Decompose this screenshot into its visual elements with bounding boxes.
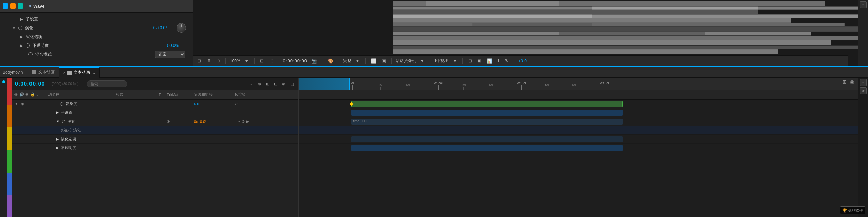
expr-circle[interactable]: ⊙ xyxy=(242,119,245,124)
color-bars xyxy=(7,78,12,217)
timeline-ruler[interactable]: 0f 10f 20f 01:00f xyxy=(299,78,858,90)
timeline-icon-5[interactable]: ⊚ xyxy=(281,81,287,87)
edge-btn-t1[interactable]: ≡ xyxy=(860,79,867,86)
triangle-evolve[interactable]: ▼ xyxy=(56,119,60,123)
refresh-btn[interactable]: ↻ xyxy=(504,58,510,64)
color-bar-blue xyxy=(7,173,12,195)
color-bar-yellow xyxy=(7,127,12,150)
track-bar-evolve xyxy=(351,119,623,125)
triangle-opacity[interactable]: ▶ xyxy=(20,44,23,48)
info-btn[interactable]: ℹ xyxy=(496,58,501,64)
expr-wave[interactable]: ~ xyxy=(238,119,240,124)
sep10 xyxy=(514,58,514,64)
marker-0f: 0f xyxy=(351,82,354,90)
tool-icon[interactable]: ✦ xyxy=(27,3,33,9)
trkmat-evolve: ⊙ xyxy=(165,119,192,124)
layer-row-evolve[interactable]: ▼ 演化 ⊙ 0x+0.0° = ~ xyxy=(12,117,298,126)
marker-2m: 02:p0f xyxy=(517,82,526,90)
small-btn-2[interactable]: ◉ xyxy=(849,79,855,85)
timeline-layers: 👁 ◉ 复杂度 6.0 ⊙ xyxy=(12,100,298,217)
prop-row-evolution: ▼ 演化 0x+0.0° xyxy=(4,23,189,32)
region-btn[interactable]: ⬜ xyxy=(370,58,378,64)
audio-toggle[interactable]: ◉ xyxy=(20,102,25,106)
col-name-header: 源名称 xyxy=(46,92,114,97)
solo-icon: ◉ xyxy=(25,92,29,97)
layer-row-opacity[interactable]: ▶ 不透明度 xyxy=(12,144,298,152)
timeline-icon-2[interactable]: ⊕ xyxy=(256,81,262,87)
tab-text-animation-2[interactable]: × 文本动画 ≡ xyxy=(59,67,100,78)
time-display: 0:00:00:00 xyxy=(15,81,49,87)
screen-btn[interactable]: 🖥 xyxy=(205,58,212,64)
view-dropdown[interactable]: ▼ xyxy=(451,58,458,64)
preview-area: ⊞ 🖥 ⊕ 100% ▼ ⊡ ⬚ 0:00:00:00 📷 🎨 完整 ▼ ⬜ ▣… xyxy=(193,0,858,66)
layer-name-child: ▶ 子设置 xyxy=(46,110,114,115)
camera-icon-btn[interactable]: 📷 xyxy=(310,58,318,64)
quality-label: 完整 xyxy=(343,58,351,64)
zoom-dropdown[interactable]: ▼ xyxy=(243,58,250,64)
tab-menu-icon[interactable]: ≡ xyxy=(93,71,95,75)
snap-btn[interactable]: ⊞ xyxy=(467,58,473,64)
marker-20f-2: 20f xyxy=(489,84,493,90)
timeline-icon-4[interactable]: ⊡ xyxy=(273,81,279,87)
parent-complexity: 6.0 xyxy=(192,102,233,106)
color-bar-green xyxy=(7,150,12,173)
layer-row-complexity[interactable]: 👁 ◉ 复杂度 6.0 ⊙ xyxy=(12,100,298,108)
render-btn[interactable]: ▣ xyxy=(476,58,483,64)
far-left-indicator xyxy=(0,78,7,217)
marker-10f-1: 10f xyxy=(378,84,383,90)
expr-play[interactable]: ▶ xyxy=(246,119,249,124)
camera-dropdown[interactable]: ▼ xyxy=(419,58,426,64)
graph-btn[interactable]: 📊 xyxy=(486,58,494,64)
tab-text-animation-1[interactable]: 文本动画 xyxy=(28,67,59,78)
timeline-icon-3[interactable]: ⊞ xyxy=(264,81,271,87)
indicator-dot xyxy=(2,80,5,83)
triangle-evolution-options[interactable]: ▶ xyxy=(20,35,23,39)
blue-icon xyxy=(3,3,8,9)
svg-rect-13 xyxy=(426,1,559,6)
watermark: 🏆 鼎品软件 xyxy=(840,206,865,214)
edge-btn-t2[interactable]: ◉ xyxy=(860,87,867,94)
track-opacity xyxy=(299,144,858,152)
track-bar-opacity xyxy=(351,145,623,151)
grid-btn[interactable]: ⊞ xyxy=(196,58,202,64)
layer-props: ▶ 子设置 ▼ 演化 0x+0.0° ▶ 演化选项 xyxy=(0,13,193,61)
audio-icon: 🔊 xyxy=(19,92,24,97)
frame-btn[interactable]: ⊡ xyxy=(259,58,265,64)
circle-blend xyxy=(28,52,33,56)
quality-dropdown[interactable]: ▼ xyxy=(354,58,361,64)
mask-btn[interactable]: ⊕ xyxy=(215,58,221,64)
edge-btn-1[interactable]: ≡ xyxy=(860,1,867,8)
color-bar-orange xyxy=(7,105,12,127)
triangle-child-settings[interactable]: ▶ xyxy=(20,17,23,21)
triangle-evolve-opts[interactable]: ▶ xyxy=(56,137,59,141)
eye-toggle[interactable]: 👁 xyxy=(14,102,19,106)
blend-mode-select[interactable]: 正常 叠加 滤色 xyxy=(155,51,185,58)
triangle-child[interactable]: ▶ xyxy=(56,110,59,114)
brand-label: Bodymovin xyxy=(3,70,23,75)
layer-row-child-settings[interactable]: ▶ 子设置 xyxy=(12,108,298,117)
svg-rect-14 xyxy=(592,7,758,10)
camera-label: 活动摄像机 xyxy=(396,58,416,64)
track-expr xyxy=(299,126,858,135)
region2-btn[interactable]: ▣ xyxy=(380,58,387,64)
tab-bar: Bodymovin 文本动画 × 文本动画 ≡ xyxy=(0,67,868,78)
knob-evolution[interactable] xyxy=(177,23,186,33)
layer-row-evolve-opts[interactable]: ▶ 演化选项 xyxy=(12,135,298,144)
tab-label-2: 文本动画 xyxy=(74,70,90,75)
eye-icon: 👁 xyxy=(14,93,18,97)
tab-close-2[interactable]: × xyxy=(63,71,65,75)
safe-frame-btn[interactable]: ⬚ xyxy=(268,58,275,64)
small-btn-1[interactable]: ⊞ xyxy=(842,79,848,85)
timeline-icon-1[interactable]: ↔ xyxy=(248,81,254,87)
label-child-settings: 子设置 xyxy=(26,16,38,22)
color-btn[interactable]: 🎨 xyxy=(327,58,335,64)
timeline-icon-6[interactable]: ◫ xyxy=(289,81,295,87)
marker-1m: 01:00f xyxy=(434,82,443,90)
track-evolve: time*3000 xyxy=(299,117,858,126)
triangle-opacity-row[interactable]: ▶ xyxy=(56,146,59,150)
search-input[interactable] xyxy=(87,80,127,87)
svg-rect-3 xyxy=(393,10,758,14)
expr-eq[interactable]: = xyxy=(235,119,237,124)
triangle-evolution[interactable]: ▼ xyxy=(12,26,16,30)
offset-label: +0.0 xyxy=(518,59,527,64)
